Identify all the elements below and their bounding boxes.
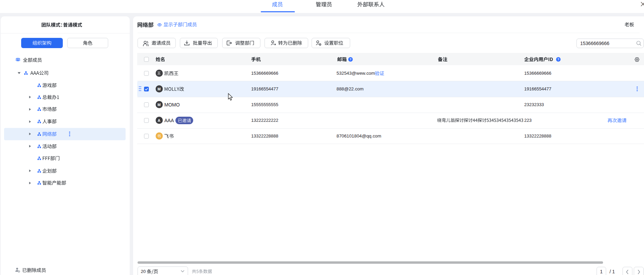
svg-text:?: ? <box>557 57 559 61</box>
svg-text:?: ? <box>349 57 352 61</box>
